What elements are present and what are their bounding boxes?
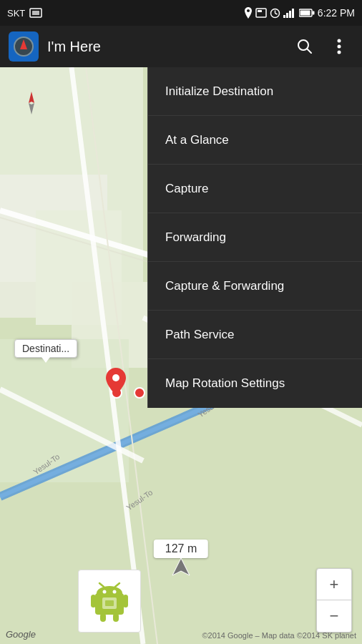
zoom-controls: + − xyxy=(316,568,352,633)
svg-rect-9 xyxy=(289,11,291,18)
destination-bubble: Destinati... xyxy=(14,339,77,358)
status-right: 6:22 PM xyxy=(244,7,355,19)
svg-point-45 xyxy=(113,590,117,594)
map-compass xyxy=(17,89,46,120)
svg-rect-13 xyxy=(300,11,310,16)
card-icon xyxy=(255,8,267,18)
zoom-out-button[interactable]: − xyxy=(317,600,351,632)
svg-marker-41 xyxy=(172,558,190,575)
svg-line-6 xyxy=(275,13,277,14)
svg-rect-10 xyxy=(292,9,294,18)
more-icon xyxy=(337,39,341,54)
svg-line-46 xyxy=(99,583,104,587)
map-pin xyxy=(106,368,126,398)
status-bar: SKT xyxy=(0,0,362,26)
svg-point-16 xyxy=(338,39,341,43)
compass-icon xyxy=(14,36,34,57)
svg-point-37 xyxy=(134,388,145,398)
android-widget[interactable] xyxy=(78,570,141,633)
android-icon xyxy=(91,580,128,622)
svg-rect-51 xyxy=(113,613,119,622)
svg-point-17 xyxy=(338,45,341,49)
time-label: 6:22 PM xyxy=(318,7,355,19)
menu-item-initialize-destination[interactable]: Initialize Destination xyxy=(148,67,362,116)
menu-item-path-service[interactable]: Path Service xyxy=(148,311,362,359)
svg-rect-2 xyxy=(256,9,266,17)
search-button[interactable] xyxy=(290,32,319,61)
app-title: I'm Here xyxy=(47,39,290,55)
map-credit: ©2014 Google – Map data ©2014 SK planet xyxy=(202,631,356,640)
app-bar-actions xyxy=(290,32,353,61)
zoom-in-button[interactable]: + xyxy=(317,569,351,600)
clock-icon xyxy=(270,8,280,19)
google-watermark: Google xyxy=(6,629,36,640)
more-options-button[interactable] xyxy=(325,32,353,61)
location-icon xyxy=(244,7,253,19)
svg-marker-38 xyxy=(29,92,34,103)
app-bar: I'm Here xyxy=(0,26,362,67)
menu-item-forwarding[interactable]: Forwarding xyxy=(148,213,362,262)
svg-rect-12 xyxy=(312,11,314,15)
svg-rect-1 xyxy=(32,11,39,15)
svg-rect-48 xyxy=(91,595,96,608)
compass-needle xyxy=(20,39,27,49)
menu-item-at-a-glance[interactable]: At a Glance xyxy=(148,116,362,165)
svg-rect-49 xyxy=(123,595,128,608)
map-area[interactable]: Yesul-To Yesul-To Yesul-To Destinati... … xyxy=(0,67,362,644)
svg-rect-53 xyxy=(105,600,114,606)
distance-value: 127 m xyxy=(165,542,197,555)
svg-point-18 xyxy=(338,51,341,54)
distance-display: 127 m xyxy=(154,540,208,558)
sim-icon xyxy=(29,8,42,18)
svg-marker-39 xyxy=(29,103,34,114)
svg-rect-3 xyxy=(258,10,262,12)
app-icon xyxy=(9,31,39,62)
svg-point-40 xyxy=(112,374,119,381)
svg-point-44 xyxy=(103,590,107,594)
menu-item-capture[interactable]: Capture xyxy=(148,165,362,213)
navigation-icon xyxy=(171,557,191,581)
menu-item-capture-forwarding[interactable]: Capture & Forwarding xyxy=(148,262,362,311)
carrier-label: SKT xyxy=(7,8,25,19)
battery-icon xyxy=(299,9,315,17)
destination-label: Destinati... xyxy=(22,343,69,354)
svg-rect-7 xyxy=(283,15,285,18)
svg-rect-8 xyxy=(286,13,288,18)
svg-line-15 xyxy=(307,49,311,53)
search-icon xyxy=(297,39,313,54)
status-left: SKT xyxy=(7,8,42,19)
menu-item-map-rotation-settings[interactable]: Map Rotation Settings xyxy=(148,359,362,408)
svg-line-47 xyxy=(115,583,119,587)
dropdown-menu: Initialize Destination At a Glance Captu… xyxy=(147,67,362,408)
signal-icon xyxy=(283,8,296,18)
svg-rect-50 xyxy=(100,613,106,622)
